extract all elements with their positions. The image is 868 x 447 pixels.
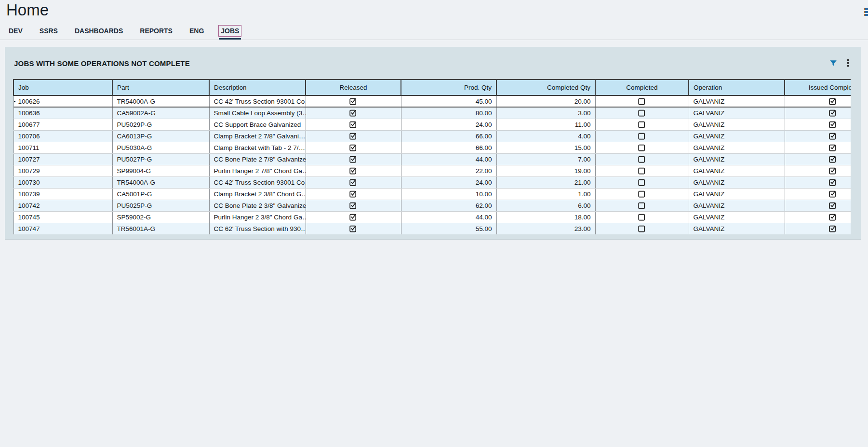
cell-issuedComplete[interactable]: [785, 223, 851, 234]
cell-issuedComplete[interactable]: [785, 95, 851, 107]
table-row[interactable]: 100626▶TR54000A-GCC 42' Truss Section 93…: [13, 95, 851, 107]
column-header-operation[interactable]: Operation: [689, 80, 785, 95]
cell-job[interactable]: 100636: [13, 107, 112, 119]
cell-part[interactable]: TR54000A-G: [112, 176, 209, 188]
cell-issuedComplete[interactable]: [785, 200, 851, 211]
cell-issuedComplete[interactable]: [785, 119, 851, 130]
column-header-completed[interactable]: Completed: [595, 80, 689, 95]
cell-released[interactable]: [306, 95, 401, 107]
cell-operation[interactable]: GALVANIZ: [689, 165, 785, 176]
table-row[interactable]: 100745SP59002-GPurlin Hanger 2 3/8" Chor…: [13, 211, 851, 223]
cell-job[interactable]: 100739: [13, 188, 112, 200]
column-header-description[interactable]: Description: [209, 80, 306, 95]
cell-prodQty[interactable]: 10.00: [401, 188, 496, 200]
column-header-part[interactable]: Part: [112, 80, 209, 95]
cell-part[interactable]: TR56001A-G: [112, 223, 209, 234]
cell-completedQty[interactable]: 3.00: [496, 107, 595, 119]
cell-description[interactable]: CC 62' Truss Section with 930…: [209, 223, 306, 234]
cell-completed[interactable]: [595, 165, 689, 176]
cell-completedQty[interactable]: 19.00: [496, 165, 595, 176]
cell-completedQty[interactable]: 11.00: [496, 119, 595, 130]
cell-job[interactable]: 100747: [13, 223, 112, 234]
cell-completed[interactable]: [595, 142, 689, 153]
cell-completedQty[interactable]: 18.00: [496, 211, 595, 223]
cell-prodQty[interactable]: 24.00: [401, 176, 496, 188]
cell-part[interactable]: CA6013P-G: [112, 130, 209, 142]
cell-job[interactable]: 100711: [13, 142, 112, 153]
filter-icon[interactable]: [829, 59, 837, 67]
cell-prodQty[interactable]: 62.00: [401, 200, 496, 211]
cell-completed[interactable]: [595, 188, 689, 200]
cell-issuedComplete[interactable]: [785, 165, 851, 176]
table-row[interactable]: 100711PU5030A-GClamp Bracket with Tab - …: [13, 142, 851, 153]
tab-jobs[interactable]: JOBS: [219, 23, 241, 40]
column-header-job[interactable]: Job: [13, 80, 112, 95]
cell-released[interactable]: [306, 176, 401, 188]
cell-operation[interactable]: GALVANIZ: [689, 153, 785, 165]
cell-issuedComplete[interactable]: [785, 130, 851, 142]
cell-description[interactable]: Clamp Bracket with Tab - 2 7/…: [209, 142, 306, 153]
cell-operation[interactable]: GALVANIZ: [689, 223, 785, 234]
cell-job[interactable]: 100730: [13, 176, 112, 188]
cell-prodQty[interactable]: 24.00: [401, 119, 496, 130]
cell-completed[interactable]: [595, 119, 689, 130]
cell-released[interactable]: [306, 165, 401, 176]
cell-issuedComplete[interactable]: [785, 188, 851, 200]
tab-dev[interactable]: DEV: [7, 23, 25, 40]
cell-description[interactable]: CC 42' Truss Section 93001 Co…: [209, 95, 306, 107]
cell-prodQty[interactable]: 22.00: [401, 165, 496, 176]
cell-job[interactable]: 100626▶: [13, 95, 112, 107]
table-row[interactable]: 100739CA5001P-GClamp Bracket 2 3/8" Chor…: [13, 188, 851, 200]
cell-description[interactable]: CC Support Brace Galvanized: [209, 119, 306, 130]
cell-completedQty[interactable]: 15.00: [496, 142, 595, 153]
cell-prodQty[interactable]: 45.00: [401, 95, 496, 107]
grid-viewport[interactable]: JobPartDescriptionReleasedProd. QtyCompl…: [13, 79, 851, 234]
cell-job[interactable]: 100742: [13, 200, 112, 211]
cell-released[interactable]: [306, 211, 401, 223]
cell-description[interactable]: Purlin Hanger 2 3/8" Chord Ga…: [209, 211, 306, 223]
cell-part[interactable]: TR54000A-G: [112, 95, 209, 107]
cell-operation[interactable]: GALVANIZ: [689, 119, 785, 130]
table-row[interactable]: 100730TR54000A-GCC 42' Truss Section 930…: [13, 176, 851, 188]
cell-completedQty[interactable]: 23.00: [496, 223, 595, 234]
column-header-released[interactable]: Released: [306, 80, 401, 95]
cell-job[interactable]: 100706: [13, 130, 112, 142]
cell-released[interactable]: [306, 119, 401, 130]
cell-completedQty[interactable]: 7.00: [496, 153, 595, 165]
cell-completed[interactable]: [595, 223, 689, 234]
cell-operation[interactable]: GALVANIZ: [689, 142, 785, 153]
cell-completedQty[interactable]: 6.00: [496, 200, 595, 211]
table-row[interactable]: 100729SP99004-GPurlin Hanger 2 7/8" Chor…: [13, 165, 851, 176]
cell-completedQty[interactable]: 20.00: [496, 95, 595, 107]
cell-issuedComplete[interactable]: [785, 211, 851, 223]
cell-operation[interactable]: GALVANIZ: [689, 107, 785, 119]
cell-operation[interactable]: GALVANIZ: [689, 200, 785, 211]
cell-operation[interactable]: GALVANIZ: [689, 130, 785, 142]
cell-description[interactable]: Small Cable Loop Assembly (3…: [209, 107, 306, 119]
cell-description[interactable]: Purlin Hanger 2 7/8" Chord Ga…: [209, 165, 306, 176]
cell-issuedComplete[interactable]: [785, 142, 851, 153]
cell-completed[interactable]: [595, 153, 689, 165]
cell-prodQty[interactable]: 44.00: [401, 153, 496, 165]
cell-part[interactable]: PU5030A-G: [112, 142, 209, 153]
cell-prodQty[interactable]: 66.00: [401, 142, 496, 153]
table-row[interactable]: 100706CA6013P-GClamp Bracket 2 7/8" Galv…: [13, 130, 851, 142]
cell-completed[interactable]: [595, 95, 689, 107]
cell-prodQty[interactable]: 66.00: [401, 130, 496, 142]
cell-operation[interactable]: GALVANIZ: [689, 188, 785, 200]
table-row[interactable]: 100636CA59002A-GSmall Cable Loop Assembl…: [13, 107, 851, 119]
cell-released[interactable]: [306, 223, 401, 234]
cell-completed[interactable]: [595, 130, 689, 142]
cell-released[interactable]: [306, 142, 401, 153]
cell-completedQty[interactable]: 1.00: [496, 188, 595, 200]
column-header-completedQty[interactable]: Completed Qty: [496, 80, 595, 95]
cell-completedQty[interactable]: 21.00: [496, 176, 595, 188]
cell-part[interactable]: CA5001P-G: [112, 188, 209, 200]
cell-description[interactable]: Clamp Bracket 2 7/8" Galvani…: [209, 130, 306, 142]
cell-part[interactable]: PU5027P-G: [112, 153, 209, 165]
cell-prodQty[interactable]: 44.00: [401, 211, 496, 223]
tab-eng[interactable]: ENG: [187, 23, 206, 40]
cell-part[interactable]: SP59002-G: [112, 211, 209, 223]
cell-released[interactable]: [306, 200, 401, 211]
column-header-issuedComplete[interactable]: Issued Complete: [785, 80, 851, 95]
